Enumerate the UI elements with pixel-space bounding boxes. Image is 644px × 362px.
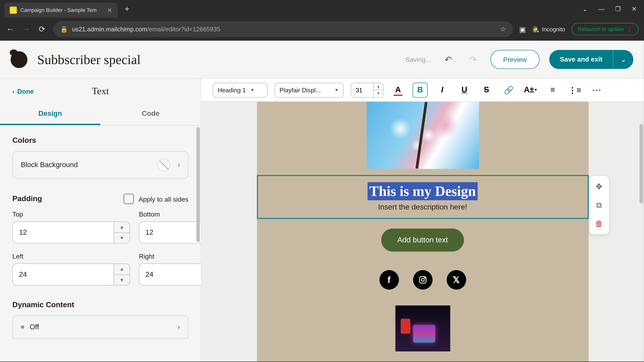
svg-point-2 <box>424 277 425 278</box>
redo-icon[interactable]: ↷ <box>466 52 481 67</box>
url-input[interactable]: 🔒 us21.admin.mailchimp.com/email/editor?… <box>53 21 513 37</box>
dynamic-content-row[interactable]: Off › <box>12 316 188 339</box>
padding-top-input[interactable]: ▲ ▼ <box>12 221 130 244</box>
lock-icon: 🔒 <box>60 26 68 33</box>
maximize-icon[interactable]: ❐ <box>615 5 621 12</box>
app: Subbscriber special Saving... ↶ ↷ Previe… <box>0 41 644 362</box>
canvas-area: Heading 1 ▼ Playfair Displ... ▼ ▲ ▼ A B … <box>201 79 644 362</box>
chevron-right-icon: › <box>178 161 180 169</box>
browser-chrome: ✦ Campaign Builder - Sample Tem ✕ + ⌄ — … <box>0 0 644 41</box>
strikethrough-icon[interactable]: S <box>479 82 494 97</box>
canvas-scrollbar[interactable] <box>639 102 644 362</box>
save-and-exit-button[interactable]: Save and exit <box>549 50 613 69</box>
window-controls: ⌄ — ❐ ✕ <box>582 5 644 12</box>
new-tab-button[interactable]: + <box>121 4 133 13</box>
secondary-image[interactable] <box>395 305 450 351</box>
padding-right-field: Right ▲ ▼ <box>139 252 201 286</box>
link-icon[interactable]: 🔗 <box>501 82 516 97</box>
facebook-icon[interactable]: f <box>379 270 399 290</box>
incognito-badge: 🕵 Incognito <box>532 26 565 32</box>
bullet-list-icon[interactable]: ≡ <box>545 82 560 97</box>
bold-icon[interactable]: B <box>412 82 428 97</box>
tabs-chevron-icon[interactable]: ⌄ <box>582 5 588 12</box>
preview-button[interactable]: Preview <box>490 50 540 69</box>
sidebar-content: Colors Block Background › Padding Apply … <box>0 125 201 362</box>
numbered-list-icon[interactable]: ⋮≡ <box>567 82 582 97</box>
x-twitter-icon[interactable]: 𝕏 <box>446 270 466 290</box>
padding-bottom-field: Bottom ▲ ▼ <box>139 210 201 244</box>
star-icon[interactable]: ☆ <box>500 26 506 33</box>
hero-image[interactable] <box>366 102 479 169</box>
campaign-title[interactable]: Subbscriber special <box>37 52 396 67</box>
instagram-icon[interactable] <box>413 270 432 290</box>
kebab-icon: ⋮ <box>627 26 632 32</box>
padding-left-input[interactable]: ▲ ▼ <box>12 264 130 286</box>
minimize-icon[interactable]: — <box>598 5 604 12</box>
sidebar-title: Text <box>92 85 109 97</box>
apply-all-sides-checkbox[interactable]: Apply to all sides <box>124 194 188 204</box>
italic-icon[interactable]: I <box>435 82 450 97</box>
forward-icon[interactable]: → <box>21 24 31 34</box>
panel-icon[interactable]: ▣ <box>519 25 526 33</box>
tab-code[interactable]: Code <box>100 103 201 125</box>
save-exit-dropdown[interactable]: ⌄ <box>613 50 633 69</box>
step-down-icon[interactable]: ▼ <box>114 233 130 243</box>
step-down-icon[interactable]: ▼ <box>114 275 130 285</box>
save-exit-group: Save and exit ⌄ <box>549 50 633 69</box>
sidebar: ‹ Done Text Design Code Colors Block Bac… <box>0 79 201 362</box>
step-down-icon[interactable]: ▼ <box>374 90 383 97</box>
font-size-input[interactable]: ▲ ▼ <box>351 82 384 97</box>
address-bar-right: ▣ 🕵 Incognito Relaunch to update ⋮ <box>519 23 639 35</box>
text-options-icon[interactable]: A±▼ <box>523 82 538 97</box>
step-up-icon[interactable]: ▲ <box>374 83 383 90</box>
underline-icon[interactable]: U <box>457 82 472 97</box>
padding-right-input[interactable]: ▲ ▼ <box>139 264 201 286</box>
back-icon[interactable]: ← <box>5 24 15 34</box>
font-family-select[interactable]: Playfair Displ... ▼ <box>275 82 344 97</box>
canvas-scroll[interactable]: This is my Design Insert the description… <box>201 102 644 362</box>
status-dot-icon <box>21 325 24 329</box>
tab-strip: ✦ Campaign Builder - Sample Tem ✕ + ⌄ — … <box>0 0 644 17</box>
close-window-icon[interactable]: ✕ <box>632 5 637 12</box>
more-options-icon[interactable]: ••• <box>590 82 604 97</box>
done-button[interactable]: ‹ Done <box>12 87 34 95</box>
browser-tab[interactable]: ✦ Campaign Builder - Sample Tem ✕ <box>4 3 118 18</box>
move-block-icon[interactable]: ✥ <box>593 180 605 193</box>
step-up-icon[interactable]: ▲ <box>114 264 130 275</box>
scrollbar-thumb[interactable] <box>640 124 643 203</box>
chevron-down-icon: ▼ <box>250 87 254 92</box>
mailchimp-logo-icon[interactable] <box>10 51 27 68</box>
scrollbar-thumb[interactable] <box>196 127 200 242</box>
sidebar-scrollbar[interactable] <box>196 125 201 362</box>
padding-top-field: Top ▲ ▼ <box>12 210 130 244</box>
close-tab-icon[interactable]: ✕ <box>107 7 112 14</box>
checkbox-icon <box>124 194 134 204</box>
duplicate-block-icon[interactable]: ⧉ <box>593 199 605 211</box>
saving-status: Saving... <box>405 56 431 63</box>
step-up-icon[interactable]: ▲ <box>114 222 130 233</box>
chevron-right-icon: › <box>178 323 180 331</box>
block-background-row[interactable]: Block Background › <box>12 151 188 178</box>
undo-icon[interactable]: ↶ <box>441 52 456 67</box>
chevron-left-icon: ‹ <box>12 87 14 95</box>
tab-title: Campaign Builder - Sample Tem <box>20 7 96 13</box>
text-style-select[interactable]: Heading 1 ▼ <box>213 82 268 97</box>
app-header: Subbscriber special Saving... ↶ ↷ Previe… <box>0 41 644 79</box>
color-swatch-none-icon <box>157 159 170 171</box>
cta-button[interactable]: Add button text <box>381 228 464 251</box>
padding-section-label: Padding <box>12 194 42 203</box>
delete-block-icon[interactable]: 🗑 <box>593 217 605 230</box>
padding-bottom-input[interactable]: ▲ ▼ <box>139 221 201 244</box>
reload-icon[interactable]: ⟳ <box>37 24 47 34</box>
text-toolbar: Heading 1 ▼ Playfair Displ... ▼ ▲ ▼ A B … <box>201 79 644 102</box>
padding-grid: Top ▲ ▼ Bottom <box>12 210 188 285</box>
tab-design[interactable]: Design <box>0 103 100 125</box>
url-text: us21.admin.mailchimp.com/email/editor?id… <box>72 26 220 33</box>
heading-text[interactable]: This is my Design <box>368 182 478 200</box>
text-color-icon[interactable]: A <box>390 82 406 97</box>
text-block-selected[interactable]: This is my Design Insert the description… <box>257 175 588 219</box>
padding-left-field: Left ▲ ▼ <box>12 252 130 286</box>
description-text[interactable]: Insert the description here! <box>268 203 577 212</box>
relaunch-button[interactable]: Relaunch to update ⋮ <box>572 23 639 35</box>
social-row: f 𝕏 <box>257 270 588 290</box>
